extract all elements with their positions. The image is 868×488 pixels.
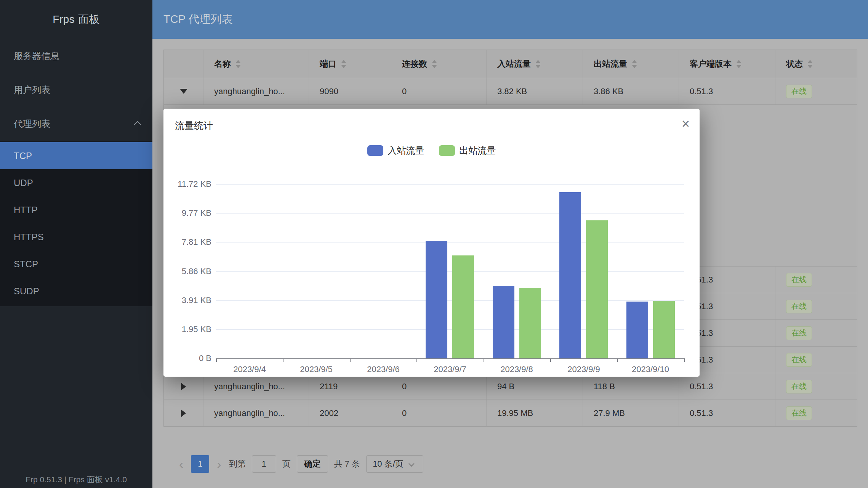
x-axis-tick-label: 2023/9/8 bbox=[483, 364, 550, 374]
bar-出站流量-2023/9/8 bbox=[519, 288, 541, 358]
y-axis-tick-label: 0 B bbox=[170, 353, 211, 363]
y-axis-tick-label: 3.91 KB bbox=[170, 295, 211, 305]
x-axis-tick-label: 2023/9/6 bbox=[350, 364, 417, 374]
sidebar-subitem-udp[interactable]: UDP bbox=[0, 169, 152, 196]
dialog-title: 流量统计 bbox=[175, 119, 213, 132]
y-axis-tick-label: 5.86 KB bbox=[170, 266, 211, 276]
table-header-row: 名称端口连接数入站流量出站流量客户端版本状态 bbox=[164, 50, 857, 78]
x-axis-tick bbox=[684, 358, 685, 362]
cell-status: 在线 bbox=[775, 373, 858, 400]
x-axis-tick bbox=[283, 358, 283, 362]
cell-status: 在线 bbox=[775, 320, 858, 346]
next-page-button[interactable]: › bbox=[215, 455, 223, 473]
confirm-button[interactable]: 确定 bbox=[297, 455, 328, 473]
cell-expand[interactable] bbox=[164, 78, 203, 104]
y-axis-tick-label: 11.72 KB bbox=[170, 179, 211, 189]
sort-carets-icon[interactable] bbox=[535, 60, 541, 68]
x-axis-tick bbox=[416, 358, 417, 362]
sidebar-item-proxy-list[interactable]: 代理列表 bbox=[0, 107, 152, 141]
x-axis-tick bbox=[216, 358, 217, 362]
cell-connections: 0 bbox=[391, 400, 487, 426]
cell-status: 在线 bbox=[775, 400, 858, 426]
bar-入站流量-2023/9/9 bbox=[559, 192, 581, 358]
bar-出站流量-2023/9/7 bbox=[452, 255, 474, 358]
cell-port: 2119 bbox=[309, 373, 391, 400]
sidebar: Frps 面板 服务器信息 用户列表 代理列表 TCPUDPHTTPHTTPSS… bbox=[0, 0, 152, 488]
prev-page-button[interactable]: ‹ bbox=[178, 455, 185, 473]
sidebar-subitem-https[interactable]: HTTPS bbox=[0, 223, 152, 250]
cell-status: 在线 bbox=[775, 266, 858, 293]
pagination: ‹ 1 › 到第 页 确定 共 7 条 10 条/页 bbox=[178, 455, 423, 473]
close-icon[interactable]: × bbox=[682, 117, 690, 131]
cell-expand[interactable] bbox=[164, 373, 203, 400]
status-badge: 在线 bbox=[786, 273, 812, 287]
y-axis-tick-label: 1.95 KB bbox=[170, 324, 211, 334]
proxy-type-submenu: TCPUDPHTTPHTTPSSTCPSUDP bbox=[0, 141, 152, 306]
collapse-row-icon[interactable] bbox=[180, 89, 187, 94]
column-header-label: 连接数 bbox=[402, 58, 427, 70]
sort-carets-icon[interactable] bbox=[736, 60, 741, 68]
cell-expand[interactable] bbox=[164, 400, 203, 426]
cell-status: 在线 bbox=[775, 78, 858, 104]
page-header: TCP 代理列表 bbox=[152, 0, 868, 39]
gridline bbox=[216, 329, 684, 330]
cell-port: 2002 bbox=[309, 400, 391, 426]
legend-item[interactable]: 出站流量 bbox=[439, 144, 496, 157]
page-size-select[interactable]: 10 条/页 bbox=[366, 455, 423, 473]
column-header-label: 端口 bbox=[320, 58, 336, 70]
column-header[interactable]: 出站流量 bbox=[583, 50, 679, 78]
sort-carets-icon[interactable] bbox=[632, 60, 637, 68]
sidebar-item-label: 代理列表 bbox=[14, 118, 50, 130]
cell-status: 在线 bbox=[775, 293, 858, 319]
column-header-label: 出站流量 bbox=[594, 58, 627, 70]
gridline bbox=[216, 271, 684, 272]
column-header[interactable]: 入站流量 bbox=[487, 50, 583, 78]
column-header[interactable]: 名称 bbox=[203, 50, 309, 78]
status-badge: 在线 bbox=[786, 300, 812, 313]
column-header[interactable]: 端口 bbox=[309, 50, 391, 78]
sidebar-subitem-label: HTTP bbox=[14, 205, 38, 215]
sidebar-subitem-tcp[interactable]: TCP bbox=[0, 142, 152, 169]
column-header[interactable]: 状态 bbox=[775, 50, 858, 78]
sort-carets-icon[interactable] bbox=[341, 60, 346, 68]
gridline bbox=[216, 213, 684, 214]
sidebar-nav: 服务器信息 用户列表 代理列表 TCPUDPHTTPHTTPSSTCPSUDP bbox=[0, 39, 152, 306]
column-header-label: 状态 bbox=[786, 58, 803, 70]
x-axis-tick-label: 2023/9/4 bbox=[216, 364, 283, 374]
y-axis-tick-label: 7.81 KB bbox=[170, 237, 211, 247]
page-number-button[interactable]: 1 bbox=[191, 455, 209, 473]
goto-page-input[interactable] bbox=[252, 455, 276, 473]
cell-traffic_in: 19.95 MB bbox=[487, 400, 583, 426]
x-axis-tick bbox=[550, 358, 551, 362]
status-badge: 在线 bbox=[786, 85, 812, 98]
legend-item[interactable]: 入站流量 bbox=[367, 144, 424, 157]
sort-carets-icon[interactable] bbox=[807, 60, 813, 68]
cell-name: yanghuanglin_ho... bbox=[203, 78, 309, 104]
version-footer: Frp 0.51.3 | Frps 面板 v1.4.0 bbox=[0, 474, 152, 485]
expand-row-icon[interactable] bbox=[181, 409, 186, 417]
goto-label: 到第 bbox=[229, 458, 246, 470]
bar-入站流量-2023/9/8 bbox=[493, 286, 514, 358]
cell-traffic_in: 94 B bbox=[487, 373, 583, 400]
column-header[interactable]: 客户端版本 bbox=[679, 50, 775, 78]
sort-carets-icon[interactable] bbox=[432, 60, 437, 68]
sort-carets-icon[interactable] bbox=[235, 60, 241, 68]
legend-label: 出站流量 bbox=[460, 144, 496, 157]
gridline bbox=[216, 300, 684, 301]
cell-connections: 0 bbox=[391, 373, 487, 400]
column-header[interactable]: 连接数 bbox=[391, 50, 487, 78]
expand-row-icon[interactable] bbox=[181, 383, 186, 390]
gridline bbox=[216, 184, 684, 185]
x-axis-tick-label: 2023/9/7 bbox=[416, 364, 484, 374]
sidebar-subitem-stcp[interactable]: STCP bbox=[0, 250, 152, 278]
bar-入站流量-2023/9/7 bbox=[426, 241, 447, 358]
y-axis-tick-label: 9.77 KB bbox=[170, 208, 211, 218]
sidebar-subitem-label: HTTPS bbox=[14, 232, 44, 242]
sidebar-item-user-list[interactable]: 用户列表 bbox=[0, 73, 152, 107]
legend-label: 入站流量 bbox=[388, 144, 424, 157]
sidebar-subitem-http[interactable]: HTTP bbox=[0, 196, 152, 223]
sidebar-item-server-info[interactable]: 服务器信息 bbox=[0, 39, 152, 73]
column-header-label: 入站流量 bbox=[497, 58, 531, 70]
cell-client_version: 0.51.3 bbox=[679, 400, 775, 426]
sidebar-subitem-sudp[interactable]: SUDP bbox=[0, 278, 152, 305]
